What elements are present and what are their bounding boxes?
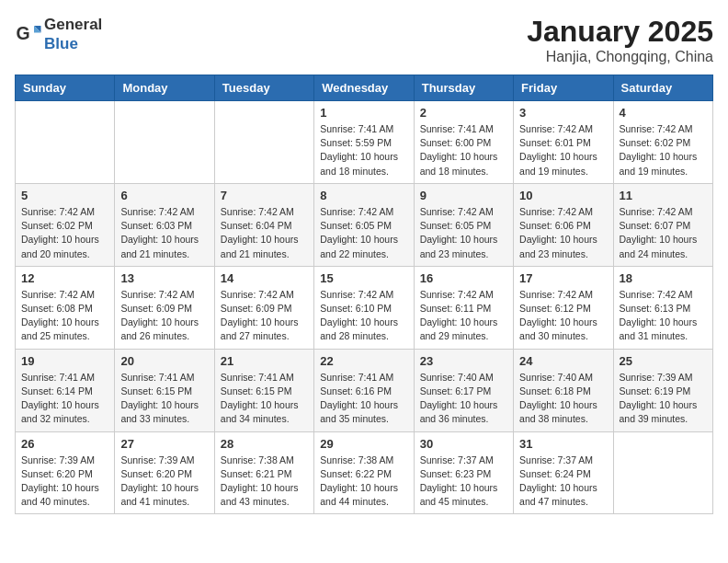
calendar-cell: 25Sunrise: 7:39 AMSunset: 6:19 PMDayligh… <box>613 349 712 431</box>
day-info: Sunrise: 7:37 AMSunset: 6:23 PMDaylight:… <box>420 454 507 510</box>
day-number: 22 <box>320 354 407 368</box>
calendar-title: January 2025 <box>527 15 713 49</box>
weekday-header-friday: Friday <box>514 75 613 101</box>
calendar-cell: 9Sunrise: 7:42 AMSunset: 6:05 PMDaylight… <box>414 183 513 266</box>
day-number: 30 <box>420 437 507 451</box>
day-info: Sunrise: 7:39 AMSunset: 6:20 PMDaylight:… <box>21 454 108 510</box>
day-info: Sunrise: 7:42 AMSunset: 6:02 PMDaylight:… <box>620 122 707 178</box>
day-info: Sunrise: 7:42 AMSunset: 6:12 PMDaylight:… <box>519 288 607 344</box>
day-number: 29 <box>320 437 407 451</box>
calendar-cell: 28Sunrise: 7:38 AMSunset: 6:21 PMDayligh… <box>214 431 313 514</box>
calendar-cell: 7Sunrise: 7:42 AMSunset: 6:04 PMDaylight… <box>214 183 313 266</box>
day-number: 11 <box>620 189 707 202</box>
day-number: 25 <box>620 354 707 368</box>
calendar-week-4: 19Sunrise: 7:41 AMSunset: 6:14 PMDayligh… <box>16 349 713 431</box>
day-info: Sunrise: 7:41 AMSunset: 6:15 PMDaylight:… <box>221 371 308 427</box>
day-number: 15 <box>320 271 407 285</box>
calendar-cell: 10Sunrise: 7:42 AMSunset: 6:06 PMDayligh… <box>514 183 613 266</box>
title-block: January 2025 Hanjia, Chongqing, China <box>527 15 713 65</box>
calendar-cell: 24Sunrise: 7:40 AMSunset: 6:18 PMDayligh… <box>514 349 613 431</box>
logo-icon: G <box>15 20 42 48</box>
calendar-cell: 1Sunrise: 7:41 AMSunset: 5:59 PMDaylight… <box>314 101 414 184</box>
calendar-week-1: 1Sunrise: 7:41 AMSunset: 5:59 PMDaylight… <box>16 101 713 184</box>
calendar-cell: 3Sunrise: 7:42 AMSunset: 6:01 PMDaylight… <box>514 101 613 184</box>
day-info: Sunrise: 7:42 AMSunset: 6:11 PMDaylight:… <box>420 288 507 344</box>
logo: G General Blue <box>15 15 102 53</box>
day-info: Sunrise: 7:42 AMSunset: 6:06 PMDaylight:… <box>519 205 607 261</box>
day-info: Sunrise: 7:41 AMSunset: 6:15 PMDaylight:… <box>120 371 208 427</box>
day-number: 6 <box>120 189 208 202</box>
day-info: Sunrise: 7:42 AMSunset: 6:03 PMDaylight:… <box>120 205 208 261</box>
calendar-cell <box>115 101 214 184</box>
calendar-week-2: 5Sunrise: 7:42 AMSunset: 6:02 PMDaylight… <box>16 183 713 266</box>
calendar-cell: 23Sunrise: 7:40 AMSunset: 6:17 PMDayligh… <box>414 349 513 431</box>
day-number: 16 <box>420 271 507 285</box>
day-number: 5 <box>21 189 108 202</box>
day-number: 9 <box>420 189 507 202</box>
day-info: Sunrise: 7:42 AMSunset: 6:09 PMDaylight:… <box>120 288 208 344</box>
calendar-cell: 2Sunrise: 7:41 AMSunset: 6:00 PMDaylight… <box>414 101 513 184</box>
weekday-header-tuesday: Tuesday <box>214 75 313 101</box>
calendar-cell: 30Sunrise: 7:37 AMSunset: 6:23 PMDayligh… <box>414 431 513 514</box>
calendar-cell: 22Sunrise: 7:41 AMSunset: 6:16 PMDayligh… <box>314 349 414 431</box>
day-number: 8 <box>320 189 407 202</box>
calendar-cell: 19Sunrise: 7:41 AMSunset: 6:14 PMDayligh… <box>16 349 115 431</box>
day-number: 10 <box>519 189 607 202</box>
weekday-header-saturday: Saturday <box>613 75 712 101</box>
day-info: Sunrise: 7:42 AMSunset: 6:04 PMDaylight:… <box>221 205 308 261</box>
day-info: Sunrise: 7:41 AMSunset: 6:16 PMDaylight:… <box>320 371 407 427</box>
calendar-cell: 6Sunrise: 7:42 AMSunset: 6:03 PMDaylight… <box>115 183 214 266</box>
day-info: Sunrise: 7:40 AMSunset: 6:17 PMDaylight:… <box>420 371 507 427</box>
weekday-header-monday: Monday <box>115 75 214 101</box>
day-number: 17 <box>519 271 607 285</box>
calendar-cell: 18Sunrise: 7:42 AMSunset: 6:13 PMDayligh… <box>613 266 712 349</box>
calendar-cell: 26Sunrise: 7:39 AMSunset: 6:20 PMDayligh… <box>16 431 115 514</box>
weekday-header-thursday: Thursday <box>414 75 513 101</box>
day-number: 14 <box>221 271 308 285</box>
day-info: Sunrise: 7:37 AMSunset: 6:24 PMDaylight:… <box>519 454 607 510</box>
day-info: Sunrise: 7:41 AMSunset: 5:59 PMDaylight:… <box>320 122 407 178</box>
calendar-cell: 29Sunrise: 7:38 AMSunset: 6:22 PMDayligh… <box>314 431 414 514</box>
calendar-cell: 5Sunrise: 7:42 AMSunset: 6:02 PMDaylight… <box>16 183 115 266</box>
day-number: 26 <box>21 437 108 451</box>
day-number: 3 <box>519 106 607 120</box>
weekday-header-sunday: Sunday <box>16 75 115 101</box>
calendar-cell: 11Sunrise: 7:42 AMSunset: 6:07 PMDayligh… <box>613 183 712 266</box>
calendar-cell: 13Sunrise: 7:42 AMSunset: 6:09 PMDayligh… <box>115 266 214 349</box>
calendar-table: SundayMondayTuesdayWednesdayThursdayFrid… <box>15 75 713 514</box>
day-info: Sunrise: 7:38 AMSunset: 6:22 PMDaylight:… <box>320 454 407 510</box>
calendar-cell: 12Sunrise: 7:42 AMSunset: 6:08 PMDayligh… <box>16 266 115 349</box>
logo-general: General <box>44 16 102 33</box>
day-info: Sunrise: 7:42 AMSunset: 6:09 PMDaylight:… <box>221 288 308 344</box>
day-number: 23 <box>420 354 507 368</box>
logo-blue: Blue <box>44 35 78 52</box>
day-number: 19 <box>21 354 108 368</box>
day-number: 2 <box>420 106 507 120</box>
calendar-cell: 15Sunrise: 7:42 AMSunset: 6:10 PMDayligh… <box>314 266 414 349</box>
day-number: 20 <box>120 354 208 368</box>
calendar-cell: 31Sunrise: 7:37 AMSunset: 6:24 PMDayligh… <box>514 431 613 514</box>
day-info: Sunrise: 7:42 AMSunset: 6:01 PMDaylight:… <box>519 122 607 178</box>
day-number: 24 <box>519 354 607 368</box>
day-info: Sunrise: 7:41 AMSunset: 6:14 PMDaylight:… <box>21 371 108 427</box>
day-info: Sunrise: 7:42 AMSunset: 6:05 PMDaylight:… <box>420 205 507 261</box>
calendar-cell: 21Sunrise: 7:41 AMSunset: 6:15 PMDayligh… <box>214 349 313 431</box>
day-number: 13 <box>120 271 208 285</box>
calendar-cell: 14Sunrise: 7:42 AMSunset: 6:09 PMDayligh… <box>214 266 313 349</box>
day-info: Sunrise: 7:42 AMSunset: 6:08 PMDaylight:… <box>21 288 108 344</box>
day-number: 28 <box>221 437 308 451</box>
svg-text:G: G <box>17 23 30 43</box>
day-number: 18 <box>620 271 707 285</box>
day-info: Sunrise: 7:40 AMSunset: 6:18 PMDaylight:… <box>519 371 607 427</box>
calendar-cell: 27Sunrise: 7:39 AMSunset: 6:20 PMDayligh… <box>115 431 214 514</box>
weekday-header-wednesday: Wednesday <box>314 75 414 101</box>
day-info: Sunrise: 7:42 AMSunset: 6:10 PMDaylight:… <box>320 288 407 344</box>
calendar-cell: 20Sunrise: 7:41 AMSunset: 6:15 PMDayligh… <box>115 349 214 431</box>
day-info: Sunrise: 7:42 AMSunset: 6:02 PMDaylight:… <box>21 205 108 261</box>
day-number: 27 <box>120 437 208 451</box>
page-header: G General Blue January 2025 Hanjia, Chon… <box>15 15 713 65</box>
weekday-header-row: SundayMondayTuesdayWednesdayThursdayFrid… <box>16 75 713 101</box>
calendar-cell: 4Sunrise: 7:42 AMSunset: 6:02 PMDaylight… <box>613 101 712 184</box>
calendar-cell <box>613 431 712 514</box>
calendar-week-3: 12Sunrise: 7:42 AMSunset: 6:08 PMDayligh… <box>16 266 713 349</box>
